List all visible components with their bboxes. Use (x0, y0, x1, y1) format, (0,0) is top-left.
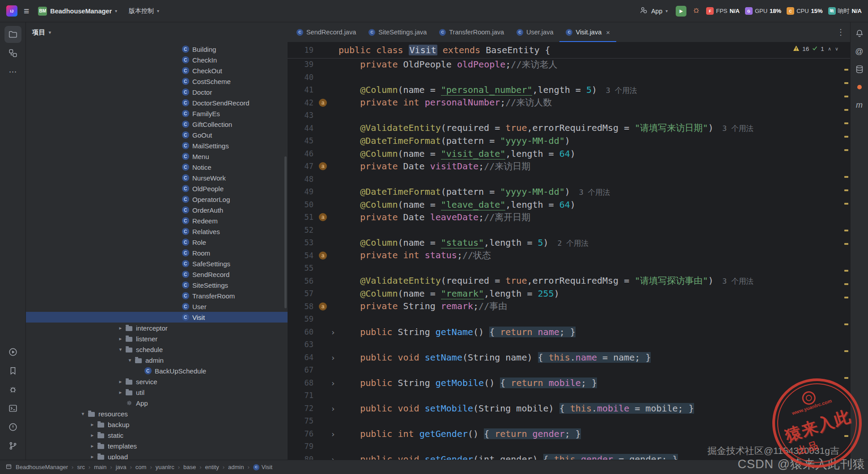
sidebar-item-building[interactable]: CBuilding (26, 44, 288, 55)
code-text[interactable]: private String remark;//事由 (339, 300, 850, 312)
sidebar-item-util[interactable]: ▸util (26, 387, 288, 398)
code-text[interactable]: public String getName() { return name; } (339, 327, 850, 337)
annotation-gutter-icon[interactable]: a (319, 252, 327, 260)
close-icon[interactable]: × (606, 29, 610, 36)
warning-stripe-mark[interactable] (844, 350, 848, 352)
code-text[interactable]: private Date leaveDate;//离开日期 (339, 211, 850, 223)
tab-user-java[interactable]: CUser.java (510, 22, 559, 42)
breadcrumb-item[interactable]: BeadhouseManager (16, 464, 68, 470)
warning-stripe-mark[interactable] (844, 435, 848, 437)
sidebar-item-mailsettings[interactable]: CMailSettings (26, 140, 288, 151)
code-text[interactable]: private int status;//状态 (339, 249, 850, 261)
sidebar-item-goout[interactable]: CGoOut (26, 130, 288, 140)
expand-arrow-icon[interactable]: ▸ (88, 421, 97, 428)
sidebar-item-checkout[interactable]: CCheckOut (26, 65, 288, 76)
sidebar-item-giftcollection[interactable]: CGiftCollection (26, 119, 288, 130)
breadcrumb-item[interactable]: com (135, 464, 147, 470)
sidebar-item-admin[interactable]: ▾admin (26, 355, 288, 365)
warning-stripe-mark[interactable] (844, 149, 848, 151)
bookmarks-icon[interactable] (4, 362, 21, 379)
terminal-icon[interactable] (4, 400, 21, 417)
code-text[interactable]: @DateTimeFormat(pattern = "yyyy-MM-dd") … (339, 186, 850, 197)
sidebar-item-upload[interactable]: ▸upload (26, 451, 288, 460)
code-area[interactable]: 39 private OldPeople oldPeople;//来访老人404… (288, 58, 850, 460)
fold-arrow-icon[interactable]: › (330, 352, 335, 362)
code-text[interactable]: @Column(name = "visit_date",length = 64) (339, 148, 850, 159)
next-problem-icon[interactable]: ∨ (835, 46, 838, 52)
warning-stripe-mark[interactable] (844, 270, 848, 272)
warning-stripe-mark[interactable] (844, 189, 848, 191)
sidebar-item-visit[interactable]: CVisit (26, 312, 288, 323)
expand-arrow-icon[interactable]: ▸ (88, 432, 97, 438)
sidebar-item-templates[interactable]: ▸templates (26, 440, 288, 451)
annotation-gutter-icon[interactable]: a (319, 302, 327, 310)
code-text[interactable]: private Date visitDate;//来访日期 (339, 160, 850, 172)
error-stripe[interactable] (844, 42, 849, 460)
code-text[interactable]: public void setMobile(String mobile) { t… (339, 403, 850, 414)
code-text[interactable]: @ValidateEntity(required = true,errorReq… (339, 275, 850, 287)
notifications-icon[interactable] (852, 26, 867, 41)
sidebar-item-room[interactable]: CRoom (26, 247, 288, 258)
warning-stripe-mark[interactable] (844, 69, 848, 71)
sidebar-item-notice[interactable]: CNotice (26, 162, 288, 172)
sidebar-item-schedule[interactable]: ▾schedule (26, 344, 288, 355)
warning-stripe-mark[interactable] (844, 176, 848, 178)
warning-stripe-mark[interactable] (844, 136, 848, 138)
expand-arrow-icon[interactable]: ▸ (116, 389, 125, 395)
sidebar-item-app[interactable]: App (26, 398, 288, 408)
sidebar-item-listener[interactable]: ▸listener (26, 333, 288, 344)
breadcrumb-item[interactable]: admin (228, 464, 244, 470)
collapse-arrow-icon[interactable]: ▾ (125, 357, 135, 363)
warning-stripe-mark[interactable] (844, 297, 848, 298)
run-configuration-widget[interactable]: App ▾ (636, 4, 670, 18)
sidebar-item-nursework[interactable]: CNurseWork (26, 172, 288, 183)
fold-arrow-icon[interactable]: › (330, 454, 335, 460)
tab-transferroom-java[interactable]: CTransferRoom.java (433, 22, 510, 42)
code-text[interactable]: public String getMobile() { return mobil… (339, 378, 850, 388)
breadcrumb-item[interactable]: yuanlrc (156, 464, 174, 470)
warning-stripe-mark[interactable] (844, 243, 848, 245)
sidebar-item-interceptor[interactable]: ▸interceptor (26, 323, 288, 333)
code-text[interactable]: private OldPeople oldPeople;//来访老人 (339, 59, 850, 71)
sidebar-item-doctor[interactable]: CDoctor (26, 87, 288, 97)
expand-arrow-icon[interactable]: ▸ (116, 325, 125, 331)
more-tools-icon[interactable]: ⋯ (4, 63, 21, 80)
code-text[interactable]: @Column(name = "remark",length = 255) (339, 288, 850, 299)
sidebar-item-transferroom[interactable]: CTransferRoom (26, 290, 288, 301)
code-text[interactable]: public int getGender() { return gender; … (339, 428, 850, 439)
code-text[interactable]: @DateTimeFormat(pattern = "yyyy-MM-dd") (339, 135, 850, 146)
fold-arrow-icon[interactable]: › (330, 327, 335, 336)
warning-stripe-mark[interactable] (844, 377, 848, 379)
sidebar-item-redeem[interactable]: CRedeem (26, 215, 288, 226)
fold-arrow-icon[interactable]: › (330, 378, 335, 387)
code-text[interactable]: private int personalNumber;//来访人数 (339, 96, 850, 109)
sidebar-item-backup[interactable]: ▸backup (26, 419, 288, 430)
prev-problem-icon[interactable]: ∧ (828, 46, 831, 52)
tab-sendrecord-java[interactable]: CSendRecord.java (290, 22, 362, 42)
warning-stripe-mark[interactable] (844, 109, 848, 111)
warning-stripe-mark[interactable] (844, 203, 848, 205)
sidebar-item-relatives[interactable]: CRelatives (26, 226, 288, 237)
code-text[interactable]: public class Visit extends BaseEntity { (339, 45, 850, 55)
problems-icon[interactable] (4, 419, 21, 436)
annotation-gutter-icon[interactable]: a (319, 162, 327, 170)
expand-arrow-icon[interactable]: ▸ (116, 378, 125, 385)
sidebar-item-familyes[interactable]: CFamilyEs (26, 108, 288, 119)
sidebar-item-oldpeople[interactable]: COldPeople (26, 183, 288, 194)
sidebar-scrollbar[interactable] (284, 156, 287, 308)
maven-icon[interactable]: m (852, 97, 867, 113)
sidebar-item-sendrecord[interactable]: CSendRecord (26, 269, 288, 280)
run-icon[interactable] (4, 344, 21, 361)
annotation-gutter-icon[interactable]: a (319, 213, 327, 221)
gradle-icon[interactable] (852, 80, 867, 95)
sidebar-item-operatorlog[interactable]: COperatorLog (26, 194, 288, 205)
project-panel-header[interactable]: 项目 ▾ (26, 22, 288, 42)
sidebar-item-menu[interactable]: CMenu (26, 151, 288, 162)
sidebar-item-user[interactable]: CUser (26, 301, 288, 312)
sidebar-item-role[interactable]: CRole (26, 237, 288, 247)
project-icon[interactable] (4, 26, 21, 43)
warning-stripe-mark[interactable] (844, 230, 848, 231)
sidebar-item-checkin[interactable]: CCheckIn (26, 55, 288, 65)
code-text[interactable]: @ValidateEntity(required = true,errorReq… (339, 122, 850, 134)
sidebar-item-service[interactable]: ▸service (26, 376, 288, 387)
